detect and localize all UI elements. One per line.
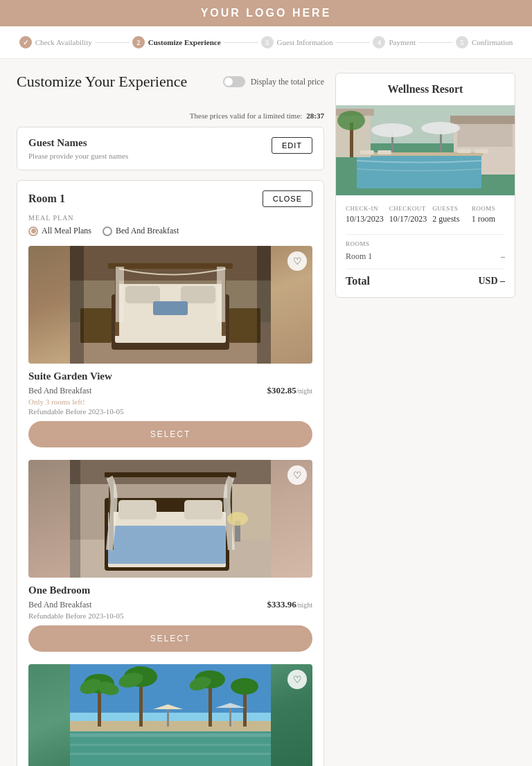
- select-room2-button[interactable]: SELECT: [28, 625, 312, 652]
- heart-icon-3[interactable]: ♡: [287, 670, 307, 689]
- room-image-1: ♡: [28, 246, 312, 364]
- close-room1-button[interactable]: CLOSE: [263, 190, 312, 207]
- select-room1-button[interactable]: SELECT: [28, 421, 312, 447]
- summary-details: CHECK-IN 10/13/2023 CHECKOUT 10/17/2023 …: [336, 195, 515, 297]
- room-option-2-meal: Bed And Breakfast: [28, 600, 91, 610]
- checkin-col: CHECK-IN 10/13/2023: [346, 205, 384, 224]
- svg-rect-10: [108, 263, 233, 269]
- total-value: USD –: [478, 276, 505, 287]
- svg-rect-34: [70, 460, 80, 578]
- svg-rect-54: [70, 733, 271, 737]
- svg-rect-12: [217, 267, 225, 322]
- room-option-2: ♡ One Bedroom Bed And Breakfast $333.96/…: [28, 460, 312, 652]
- room1-summary-row: Room 1 –: [346, 251, 505, 262]
- svg-rect-74: [360, 150, 374, 154]
- room-option-2-price: $333.96/night: [267, 599, 312, 610]
- svg-rect-17: [257, 246, 271, 364]
- room1-card: Room 1 CLOSE MEAL PLAN All Meal Plans Be…: [17, 180, 324, 766]
- step-line-4: [418, 42, 453, 43]
- room-option-1-name: Suite Garden View: [28, 371, 312, 382]
- svg-rect-11: [116, 267, 124, 322]
- hotel-image: [336, 105, 515, 195]
- guest-names-title: Guest Names: [28, 137, 128, 149]
- room-option-3: ♡: [28, 664, 312, 766]
- checkout-label: CHECKOUT: [389, 205, 427, 212]
- step-circle-4: 4: [373, 36, 385, 48]
- summary-divider-1: [346, 234, 505, 235]
- svg-rect-31: [105, 472, 236, 477]
- svg-rect-37: [70, 727, 271, 766]
- radio-all: [28, 226, 38, 236]
- guest-names-info: Guest Names Please provide your guest na…: [28, 137, 128, 160]
- step-guest-info: 3 Guest Information: [261, 36, 333, 48]
- room-option-1-price: $302.85/night: [267, 385, 312, 396]
- svg-rect-26: [108, 526, 226, 564]
- meal-option-all-label: All Meal Plans: [42, 226, 91, 236]
- svg-rect-16: [70, 246, 84, 364]
- meal-option-all[interactable]: All Meal Plans: [28, 226, 91, 236]
- room-option-1: ♡ Suite Garden View Bed And Breakfast $3…: [28, 246, 312, 447]
- svg-point-64: [371, 123, 413, 137]
- heart-icon-1[interactable]: ♡: [287, 251, 307, 271]
- step-confirmation: 5 Confirmation: [456, 36, 513, 48]
- left-column: Customize Your Experience Display the to…: [17, 73, 324, 766]
- room-option-2-price-row: Bed And Breakfast $333.96/night: [28, 599, 312, 610]
- room1-title: Room 1: [28, 193, 65, 205]
- guests-value: 2 guests: [432, 214, 466, 224]
- refundable-2: Refundable Before 2023-10-05: [28, 612, 312, 620]
- rooms-label: ROOMS: [472, 205, 505, 212]
- room1-summary-label: Room 1: [346, 251, 372, 262]
- progress-bar: ✓ Check Availability 2 Customize Experie…: [0, 26, 532, 59]
- svg-rect-14: [80, 308, 112, 343]
- heart-icon-2[interactable]: ♡: [287, 465, 307, 485]
- meal-options: All Meal Plans Bed And Breakfast: [28, 226, 312, 236]
- svg-rect-28: [184, 500, 222, 519]
- page-title: Customize Your Experience: [17, 73, 187, 91]
- svg-point-33: [227, 512, 248, 526]
- svg-rect-13: [153, 301, 188, 315]
- checkin-value: 10/13/2023: [346, 214, 384, 224]
- step-label-2: Customize Experience: [148, 38, 221, 46]
- checkin-label: CHECK-IN: [346, 205, 384, 212]
- svg-rect-7: [181, 286, 215, 303]
- step-check-availability: ✓ Check Availability: [19, 36, 92, 48]
- step-circle-2: 2: [132, 36, 145, 48]
- radio-bb: [103, 226, 112, 236]
- room1-summary-value: –: [501, 251, 505, 262]
- meal-option-bb-label: Bed And Breakfast: [116, 226, 179, 236]
- step-line-1: [95, 42, 130, 43]
- step-label-1: Check Availability: [35, 38, 92, 46]
- guest-names-card: Guest Names Please provide your guest na…: [17, 127, 324, 170]
- step-payment: 4 Payment: [373, 36, 416, 48]
- rooms-left-1: Only 3 rooms left!: [28, 398, 312, 406]
- summary-card: Wellness Resort: [335, 73, 515, 298]
- meal-option-bb[interactable]: Bed And Breakfast: [103, 226, 179, 236]
- summary-info-grid: CHECK-IN 10/13/2023 CHECKOUT 10/17/2023 …: [346, 205, 505, 224]
- room-option-1-price-row: Bed And Breakfast $302.85/night: [28, 385, 312, 396]
- checkout-col: CHECKOUT 10/17/2023: [389, 205, 427, 224]
- svg-rect-27: [118, 500, 157, 519]
- toggle-label: Display the total price: [251, 77, 324, 87]
- site-header: YOUR LOGO HERE: [0, 0, 532, 26]
- room-option-1-meal: Bed And Breakfast: [28, 386, 91, 396]
- display-total-toggle[interactable]: [223, 76, 245, 87]
- logo-text: YOUR LOGO HERE: [201, 7, 332, 19]
- svg-rect-55: [70, 744, 271, 746]
- right-column: Wellness Resort: [335, 73, 515, 766]
- room1-header: Room 1 CLOSE: [28, 190, 312, 207]
- refundable-1: Refundable Before 2023-10-05: [28, 407, 312, 416]
- guests-label: GUESTS: [432, 205, 466, 212]
- edit-guest-names-button[interactable]: EDIT: [272, 137, 312, 154]
- svg-rect-62: [450, 116, 515, 124]
- svg-point-51: [231, 678, 258, 695]
- toggle-row: Display the total price: [223, 76, 324, 87]
- svg-rect-75: [378, 150, 391, 154]
- step-label-4: Payment: [389, 38, 416, 46]
- step-label-5: Confirmation: [472, 38, 513, 46]
- hotel-name: Wellness Resort: [336, 73, 515, 105]
- step-circle-1: ✓: [19, 36, 32, 48]
- rooms-section-label: ROOMS: [346, 240, 505, 247]
- step-circle-5: 5: [456, 36, 468, 48]
- step-circle-3: 3: [261, 36, 274, 48]
- checkout-value: 10/17/2023: [389, 214, 427, 224]
